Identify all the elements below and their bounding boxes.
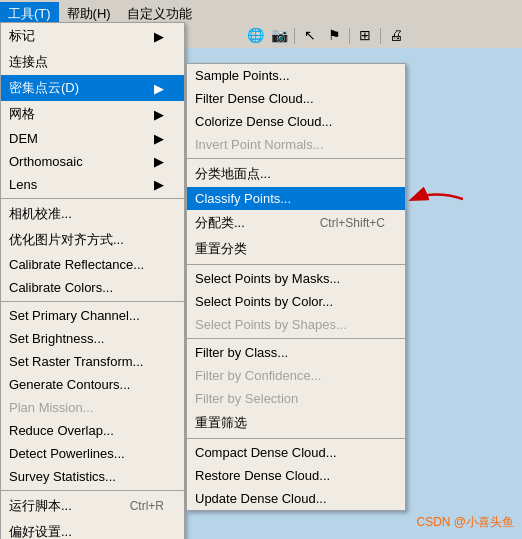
submenu-distribute[interactable]: 分配类... Ctrl+Shift+C [187,210,405,236]
menu-connect[interactable]: 连接点 [1,49,184,75]
menu-markup[interactable]: 标记 ▶ [1,23,184,49]
menu-primary-channel[interactable]: Set Primary Channel... [1,304,184,327]
menu-calib-colors[interactable]: Calibrate Colors... [1,276,184,299]
shortcut-run-script: Ctrl+R [130,499,164,513]
arrow-icon: ▶ [154,29,164,44]
menubar: 工具(T) 帮助(H) 自定义功能 标记 ▶ 连接点 密集点云(D) ▶ 网格 … [0,0,522,28]
submenu-invert-normals[interactable]: Invert Point Normals... [187,133,405,156]
menu-orthomosaic[interactable]: Orthomosaic ▶ [1,150,184,173]
separator2 [1,301,184,302]
menu-mesh[interactable]: 网格 ▶ [1,101,184,127]
menu-lens[interactable]: Lens ▶ [1,173,184,196]
arrow-icon5: ▶ [154,154,164,169]
arrow-icon2: ▶ [154,81,164,96]
sub-separator3 [187,338,405,339]
menu-brightness[interactable]: Set Brightness... [1,327,184,350]
submenu-filter-by-selection[interactable]: Filter by Selection [187,387,405,410]
toolbar-separator [294,26,295,44]
submenu-classify-points[interactable]: Classify Points... [187,187,405,210]
toolbar-separator2 [349,26,350,44]
submenu-filter-by-confidence[interactable]: Filter by Confidence... [187,364,405,387]
menu-contours[interactable]: Generate Contours... [1,373,184,396]
sub-separator1 [187,158,405,159]
submenu-filter-dense[interactable]: Filter Dense Cloud... [187,87,405,110]
dense-cloud-submenu: Sample Points... Filter Dense Cloud... C… [186,63,406,511]
menu-raster-transform[interactable]: Set Raster Transform... [1,350,184,373]
menu-reduce-overlap[interactable]: Reduce Overlap... [1,419,184,442]
separator3 [1,490,184,491]
arrow-icon4: ▶ [154,131,164,146]
submenu-update-dense[interactable]: Update Dense Cloud... [187,487,405,510]
menu-dense-cloud[interactable]: 密集点云(D) ▶ [1,75,184,101]
menu-optimize[interactable]: 优化图片对齐方式... [1,227,184,253]
submenu-sample-points[interactable]: Sample Points... [187,64,405,87]
watermark: CSDN @小喜头鱼 [416,514,514,531]
menu-preferences[interactable]: 偏好设置... [1,519,184,539]
separator1 [1,198,184,199]
menu-run-script[interactable]: 运行脚本... Ctrl+R [1,493,184,519]
submenu-restore-dense[interactable]: Restore Dense Cloud... [187,464,405,487]
shortcut-distribute: Ctrl+Shift+C [320,216,385,230]
menu-plan-mission[interactable]: Plan Mission... [1,396,184,419]
submenu-select-by-masks[interactable]: Select Points by Masks... [187,267,405,290]
red-arrow-icon [405,185,463,213]
sub-separator4 [187,438,405,439]
submenu-colorize[interactable]: Colorize Dense Cloud... [187,110,405,133]
menu-calib-reflectance[interactable]: Calibrate Reflectance... [1,253,184,276]
menu-detect-powerlines[interactable]: Detect Powerlines... [1,442,184,465]
submenu-reset-filter[interactable]: 重置筛选 [187,410,405,436]
menu-dem[interactable]: DEM ▶ [1,127,184,150]
submenu-reclassify[interactable]: 重置分类 [187,236,405,262]
arrow-icon6: ▶ [154,177,164,192]
menu-camera-calib[interactable]: 相机校准... [1,201,184,227]
toolbar-separator3 [380,26,381,44]
submenu-classify-ground[interactable]: 分类地面点... [187,161,405,187]
submenu-select-by-shapes[interactable]: Select Points by Shapes... [187,313,405,336]
submenu-compact-dense[interactable]: Compact Dense Cloud... [187,441,405,464]
menu-survey-stats[interactable]: Survey Statistics... [1,465,184,488]
tools-dropdown: 标记 ▶ 连接点 密集点云(D) ▶ 网格 ▶ DEM ▶ Orthomosai… [0,22,185,539]
sub-separator2 [187,264,405,265]
submenu-filter-by-class[interactable]: Filter by Class... [187,341,405,364]
submenu-select-by-color[interactable]: Select Points by Color... [187,290,405,313]
arrow-icon3: ▶ [154,107,164,122]
